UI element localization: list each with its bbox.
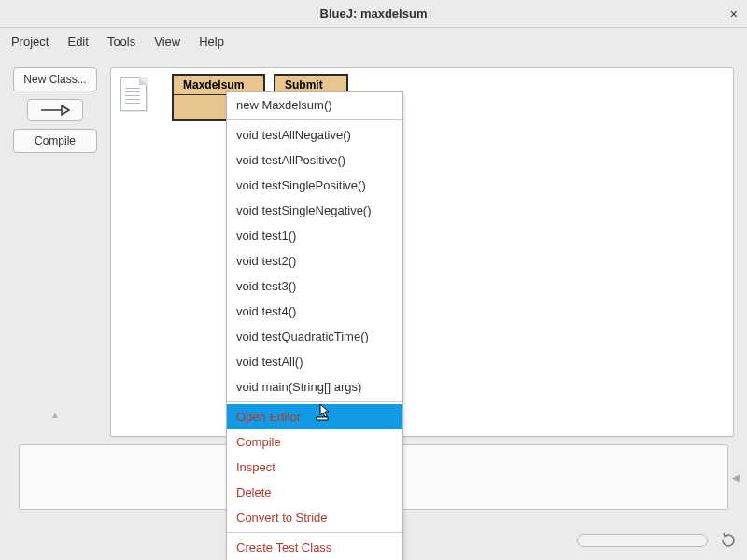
ctx-method-new[interactable]: new Maxdelsum() [227,92,402,118]
menu-project[interactable]: Project [11,35,49,49]
ctx-method-test2[interactable]: void test2() [227,248,402,273]
progress-bar [577,534,708,547]
refresh-icon[interactable] [719,531,738,550]
context-menu: new Maxdelsum() void testAllNegative() v… [226,91,403,560]
separator [227,532,402,533]
ctx-method-testquadratictime[interactable]: void testQuadraticTime() [227,324,402,349]
menu-help[interactable]: Help [199,35,224,49]
ctx-delete[interactable]: Delete [227,480,402,505]
ctx-method-testall[interactable]: void testAll() [227,349,402,374]
close-icon[interactable]: × [730,7,738,21]
separator [227,401,402,402]
inheritance-arrow-button[interactable] [27,99,83,121]
menu-edit[interactable]: Edit [67,35,88,49]
readme-icon[interactable] [120,77,150,115]
scroll-left-icon[interactable]: ◀ [732,472,740,483]
ctx-inspect[interactable]: Inspect [227,455,402,480]
menu-tools[interactable]: Tools [107,35,135,49]
window-title: BlueJ: maxdelsum [320,7,428,21]
ctx-method-test1[interactable]: void test1() [227,223,402,248]
ctx-method-main[interactable]: void main(String[] args) [227,374,402,399]
ctx-convert-to-stride[interactable]: Convert to Stride [227,505,402,530]
ctx-open-editor[interactable]: Open Editor [227,404,402,429]
titlebar: BlueJ: maxdelsum × [0,0,747,28]
menubar: Project Edit Tools View Help [0,28,747,54]
ctx-method-testallpositive[interactable]: void testAllPositive() [227,147,402,173]
ctx-method-testsinglepositive[interactable]: void testSinglePositive() [227,173,402,198]
ctx-method-testallnegative[interactable]: void testAllNegative() [227,122,402,147]
collapse-icon[interactable]: ▲ [50,410,60,420]
ctx-method-test4[interactable]: void test4() [227,299,402,324]
ctx-create-test-class[interactable]: Create Test Class [227,535,402,560]
separator [227,119,402,120]
ctx-compile[interactable]: Compile [227,429,402,455]
svg-marker-1 [62,105,69,115]
compile-button[interactable]: Compile [13,129,97,153]
menu-view[interactable]: View [154,35,180,49]
ctx-method-test3[interactable]: void test3() [227,273,402,299]
new-class-button[interactable]: New Class... [13,67,97,91]
sidebar: New Class... Compile ▲ [0,54,110,437]
ctx-method-testsinglenegative[interactable]: void testSingleNegative() [227,198,402,223]
class-diagram-canvas[interactable]: Maxdelsum Submit [110,67,734,437]
